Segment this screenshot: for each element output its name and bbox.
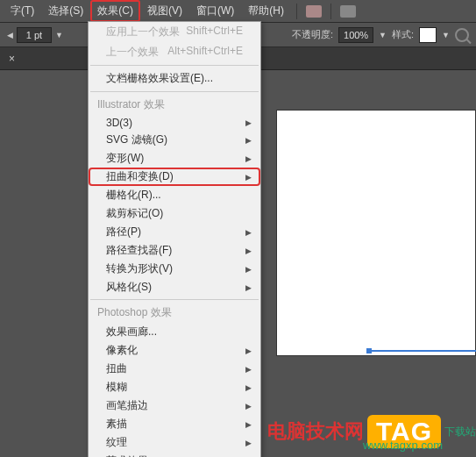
watermark-url: www.tagxp.com	[363, 439, 443, 452]
menu-apply-last-effect: 应用上一个效果Shift+Ctrl+E	[89, 22, 260, 42]
menu-rasterize[interactable]: 栅格化(R)...	[89, 186, 260, 204]
watermark-brand: 电脑技术网	[267, 418, 364, 445]
path-segment[interactable]	[372, 350, 476, 352]
opacity-label: 不透明度:	[292, 28, 333, 41]
menu-view[interactable]: 视图(V)	[140, 0, 189, 22]
watermark-tail: 下载站	[444, 425, 476, 439]
menu-separator	[90, 65, 259, 66]
section-illustrator-effects: Illustrator 效果	[89, 95, 260, 115]
chevron-down-icon[interactable]: ▼	[379, 31, 387, 39]
menu-separator	[90, 299, 259, 300]
menu-3d[interactable]: 3D(3)▶	[89, 115, 260, 131]
opacity-input[interactable]: 100%	[338, 27, 373, 43]
menubar: 字(T) 选择(S) 效果(C) 视图(V) 窗口(W) 帮助(H)	[0, 0, 476, 23]
chevron-down-icon[interactable]: ▼	[55, 31, 63, 39]
menu-pathfinder[interactable]: 路径查找器(F)▶	[89, 241, 260, 260]
menu-distort-transform[interactable]: 扭曲和变换(D)▶	[89, 168, 260, 186]
bridge-icon[interactable]	[306, 5, 322, 18]
menu-convert-to-shape[interactable]: 转换为形状(V)▶	[89, 260, 260, 278]
stroke-weight-input[interactable]: 1 pt	[17, 27, 52, 43]
menu-warp[interactable]: 变形(W)▶	[89, 149, 260, 168]
menu-window[interactable]: 窗口(W)	[189, 0, 241, 22]
menu-distort[interactable]: 扭曲▶	[89, 360, 260, 378]
chevron-left-icon[interactable]: ◀	[7, 31, 13, 39]
menubar-separator	[296, 4, 297, 19]
menu-last-effect: 上一个效果Alt+Shift+Ctrl+E	[89, 42, 260, 62]
menu-stylize-ai[interactable]: 风格化(S)▶	[89, 278, 260, 296]
menu-path[interactable]: 路径(P)▶	[89, 223, 260, 241]
menu-help[interactable]: 帮助(H)	[241, 0, 291, 22]
menu-brush-strokes[interactable]: 画笔描边▶	[89, 396, 260, 415]
menu-svg-filters[interactable]: SVG 滤镜(G)▶	[89, 131, 260, 149]
menu-crop-marks[interactable]: 裁剪标记(O)	[89, 204, 260, 223]
menu-effect-gallery[interactable]: 效果画廊...	[89, 323, 260, 341]
chevron-down-icon[interactable]: ▼	[442, 31, 450, 39]
menu-doc-raster-settings[interactable]: 文档栅格效果设置(E)...	[89, 68, 260, 89]
menu-select[interactable]: 选择(S)	[41, 0, 90, 22]
search-icon[interactable]	[455, 28, 469, 42]
effect-menu-dropdown: 应用上一个效果Shift+Ctrl+E 上一个效果Alt+Shift+Ctrl+…	[88, 21, 261, 457]
menu-artistic[interactable]: 艺术效果▶	[89, 452, 260, 457]
style-swatch[interactable]	[419, 27, 437, 43]
menu-effect[interactable]: 效果(C)	[90, 0, 140, 22]
watermark: 电脑技术网 TAG 下载站 www.tagxp.com	[267, 415, 476, 448]
menu-blur[interactable]: 模糊▶	[89, 378, 260, 396]
arrange-icon[interactable]	[340, 5, 356, 18]
menu-font[interactable]: 字(T)	[4, 0, 41, 22]
section-photoshop-effects: Photoshop 效果	[89, 303, 260, 323]
menubar-separator	[330, 4, 331, 19]
menu-texture[interactable]: 纹理▶	[89, 433, 260, 452]
tab-close-icon[interactable]: ×	[4, 53, 20, 65]
menu-separator	[90, 91, 259, 92]
menu-pixelate[interactable]: 像素化▶	[89, 341, 260, 360]
artboard[interactable]	[276, 110, 476, 356]
style-label: 样式:	[392, 28, 414, 41]
menu-sketch[interactable]: 素描▶	[89, 415, 260, 433]
